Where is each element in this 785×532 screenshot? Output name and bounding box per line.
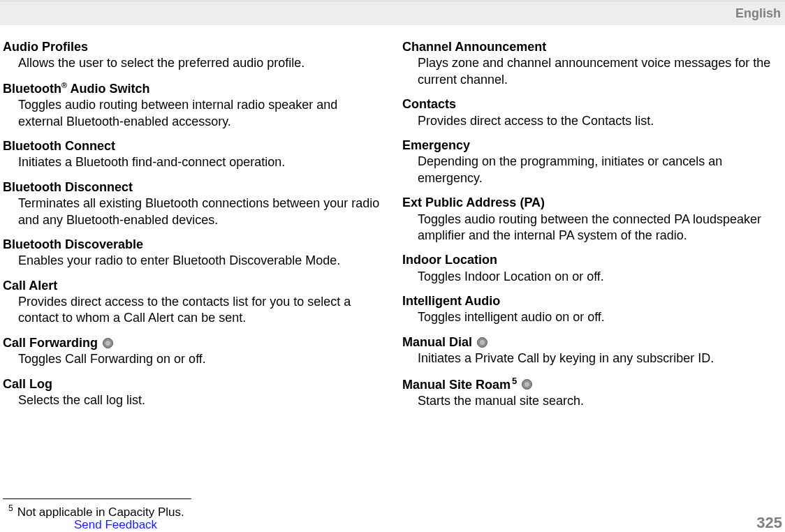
entry-title: Bluetooth® Audio Switch	[3, 80, 381, 97]
entry-title-text: Bluetooth Connect	[3, 139, 115, 153]
entry-title-text: Audio Profiles	[3, 40, 88, 54]
entry-title: Manual Site Roam5	[402, 376, 781, 393]
entry-description: Provides direct access to the Contacts l…	[402, 113, 781, 129]
entry-description: Plays zone and channel announcement voic…	[402, 55, 781, 88]
feature-badge-icon	[522, 379, 532, 390]
entry-description: Toggles audio routing between the connec…	[402, 212, 781, 244]
send-feedback-link[interactable]: Send Feedback	[74, 518, 157, 532]
entry-title: Call Forwarding	[3, 335, 381, 351]
header-bar: English	[0, 0, 785, 25]
entry-description: Terminates all existing Bluetooth connec…	[3, 195, 381, 228]
entry-title-text: Indoor Location	[402, 253, 497, 267]
footnote-ref: 5	[512, 376, 517, 386]
entry-description: Selects the call log list.	[3, 392, 381, 408]
entry-title-text: Contacts	[402, 97, 456, 111]
definition-entry: Call LogSelects the call log list.	[3, 376, 381, 409]
definition-entry: Ext Public Address (PA)Toggles audio rou…	[402, 195, 781, 244]
entry-description: Toggles Indoor Location on or off.	[402, 269, 781, 285]
entry-description: Initiates a Bluetooth find-and-connect o…	[3, 154, 381, 170]
definition-entry: Manual Site Roam5 Starts the manual site…	[402, 376, 781, 410]
definition-entry: Bluetooth ConnectInitiates a Bluetooth f…	[3, 138, 381, 171]
entry-title-text: Channel Announcement	[402, 40, 546, 54]
entry-title: Indoor Location	[402, 252, 781, 268]
definition-entry: Indoor LocationToggles Indoor Location o…	[402, 252, 781, 285]
entry-title: Ext Public Address (PA)	[402, 195, 781, 211]
entry-description: Starts the manual site search.	[402, 393, 781, 409]
registered-mark: ®	[61, 81, 67, 89]
entry-description: Enables your radio to enter Bluetooth Di…	[3, 253, 381, 269]
entry-title-text: Intelligent Audio	[402, 294, 500, 308]
entry-description: Depending on the programming, initiates …	[402, 154, 781, 186]
footnote-rule	[3, 498, 191, 499]
left-column: Audio ProfilesAllows the user to select …	[3, 39, 381, 418]
footnote-body: Not applicable in Capacity Plus.	[17, 505, 184, 519]
entry-title: Manual Dial	[402, 334, 781, 350]
entry-title: Emergency	[402, 138, 781, 154]
definition-entry: Call AlertProvides direct access to the …	[3, 278, 381, 327]
entry-title-text: Audio Switch	[67, 82, 149, 96]
entry-description: Toggles intelligent audio on or off.	[402, 309, 781, 325]
entry-title: Channel Announcement	[402, 39, 781, 55]
page-number: 325	[756, 514, 782, 532]
entry-title-text: Bluetooth	[3, 82, 61, 96]
definition-entry: Bluetooth® Audio SwitchToggles audio rou…	[3, 80, 381, 130]
entry-description: Toggles Call Forwarding on or off.	[3, 351, 381, 367]
definition-entry: Channel AnnouncementPlays zone and chann…	[402, 39, 781, 88]
entry-title-text: Call Alert	[3, 279, 57, 293]
entry-description: Allows the user to select the preferred …	[3, 55, 381, 71]
language-label: English	[735, 6, 781, 21]
definition-entry: Bluetooth DiscoverableEnables your radio…	[3, 237, 381, 269]
entry-title: Bluetooth Discoverable	[3, 237, 381, 253]
footnote-area: 5Not applicable in Capacity Plus.	[3, 498, 191, 519]
footnote-marker: 5	[8, 503, 13, 513]
entry-title-text: Manual Site Roam	[402, 378, 511, 392]
entry-title-text: Manual Dial	[402, 335, 472, 349]
entry-description: Initiates a Private Call by keying in an…	[402, 350, 781, 367]
entry-title-text: Emergency	[402, 138, 470, 152]
definition-entry: Manual Dial Initiates a Private Call by …	[402, 334, 781, 367]
footnote-text: 5Not applicable in Capacity Plus.	[3, 503, 191, 519]
definition-entry: Bluetooth DisconnectTerminates all exist…	[3, 179, 381, 228]
feature-badge-icon	[477, 337, 487, 348]
entry-title-text: Call Forwarding	[3, 336, 98, 350]
entry-title: Audio Profiles	[3, 39, 381, 55]
entry-title: Call Log	[3, 376, 381, 392]
content-area: Audio ProfilesAllows the user to select …	[0, 25, 785, 418]
entry-description: Toggles audio routing between internal r…	[3, 97, 381, 130]
definition-entry: Audio ProfilesAllows the user to select …	[3, 39, 381, 72]
definition-entry: EmergencyDepending on the programming, i…	[402, 138, 781, 186]
entry-title: Contacts	[402, 96, 781, 112]
entry-title: Intelligent Audio	[402, 293, 781, 309]
entry-title: Bluetooth Disconnect	[3, 179, 381, 195]
definition-entry: Intelligent AudioToggles intelligent aud…	[402, 293, 781, 326]
entry-title-text: Bluetooth Discoverable	[3, 237, 143, 251]
entry-title: Call Alert	[3, 278, 381, 294]
feature-badge-icon	[103, 338, 113, 348]
entry-title-text: Call Log	[3, 377, 52, 391]
definition-entry: ContactsProvides direct access to the Co…	[402, 96, 781, 129]
entry-title: Bluetooth Connect	[3, 138, 381, 154]
definition-entry: Call Forwarding Toggles Call Forwarding …	[3, 335, 381, 368]
entry-title-text: Bluetooth Disconnect	[3, 180, 133, 194]
right-column: Channel AnnouncementPlays zone and chann…	[402, 39, 781, 418]
entry-title-text: Ext Public Address (PA)	[402, 195, 545, 209]
entry-description: Provides direct access to the contacts l…	[3, 294, 381, 327]
